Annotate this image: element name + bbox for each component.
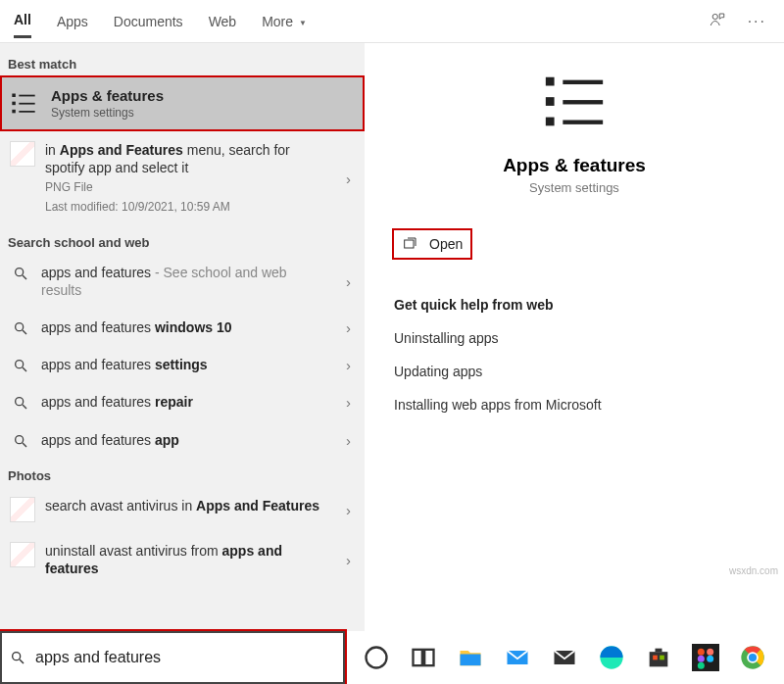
- web-result[interactable]: apps and features settings›: [0, 346, 365, 383]
- svg-point-15: [16, 435, 24, 443]
- feedback-icon[interactable]: [709, 11, 726, 32]
- svg-rect-19: [546, 118, 555, 126]
- settings-list-hero-icon: [540, 69, 609, 141]
- search-icon: [10, 395, 31, 411]
- svg-point-26: [367, 648, 387, 668]
- help-link[interactable]: Uninstalling apps: [394, 330, 755, 346]
- preview-title: Apps & features: [503, 155, 646, 176]
- svg-rect-21: [563, 100, 603, 104]
- web-result[interactable]: apps and features windows 10›: [0, 309, 365, 346]
- svg-point-41: [698, 656, 705, 662]
- recent-file-result[interactable]: in Apps and Features menu, search for sp…: [0, 131, 365, 225]
- file-explorer-icon[interactable]: [457, 644, 484, 671]
- tab-web[interactable]: Web: [209, 6, 237, 37]
- help-heading: Get quick help from web: [394, 297, 755, 313]
- section-photos: Photos: [0, 459, 365, 487]
- chevron-right-icon[interactable]: ›: [346, 501, 351, 517]
- svg-point-40: [707, 656, 713, 662]
- svg-rect-1: [12, 93, 16, 97]
- svg-point-24: [13, 653, 21, 660]
- recent-file-text: in Apps and Features menu, search for sp…: [45, 142, 290, 175]
- tab-apps[interactable]: Apps: [57, 6, 88, 37]
- chevron-right-icon[interactable]: ›: [346, 272, 351, 289]
- recent-file-modified: Last modified: 10/9/2021, 10:59 AM: [45, 200, 327, 216]
- task-view-icon[interactable]: [410, 644, 437, 671]
- mail-icon[interactable]: [551, 644, 578, 671]
- svg-rect-17: [546, 77, 555, 86]
- svg-rect-27: [414, 650, 422, 665]
- cortana-icon[interactable]: [363, 644, 390, 671]
- best-match-result[interactable]: Apps & features System settings: [0, 75, 365, 131]
- photo-result[interactable]: uninstall avast antivirus from apps and …: [0, 532, 365, 587]
- web-result[interactable]: apps and features app›: [0, 421, 365, 459]
- svg-rect-36: [660, 656, 664, 660]
- svg-point-11: [16, 361, 24, 368]
- svg-point-42: [698, 662, 705, 669]
- search-icon: [10, 650, 25, 665]
- svg-point-38: [698, 649, 705, 656]
- search-input[interactable]: [33, 648, 335, 667]
- best-match-title: Apps & features: [51, 87, 164, 104]
- web-result[interactable]: apps and features repair›: [0, 383, 365, 420]
- chevron-right-icon[interactable]: ›: [346, 394, 351, 411]
- image-thumbnail-icon: [10, 141, 35, 167]
- svg-line-8: [23, 275, 26, 279]
- svg-rect-23: [405, 240, 414, 248]
- tab-all[interactable]: All: [14, 4, 31, 38]
- chevron-right-icon[interactable]: ›: [346, 357, 351, 373]
- svg-rect-28: [424, 650, 433, 665]
- filter-tabs: All Apps Documents Web More ···: [0, 0, 784, 43]
- image-thumbnail-icon: [10, 542, 35, 567]
- svg-rect-22: [563, 121, 603, 124]
- photo-result[interactable]: search avast antivirus in Apps and Featu…: [0, 487, 365, 532]
- search-icon: [10, 358, 31, 373]
- preview-subtitle: System settings: [529, 180, 619, 195]
- web-result[interactable]: apps and features - See school and web r…: [0, 254, 365, 309]
- edge-icon[interactable]: [598, 644, 625, 671]
- open-button[interactable]: Open: [394, 230, 470, 258]
- svg-point-47: [749, 654, 757, 661]
- help-link[interactable]: Installing web apps from Microsoft: [394, 397, 755, 413]
- help-link[interactable]: Updating apps: [394, 364, 755, 379]
- image-thumbnail-icon: [10, 497, 35, 522]
- mail-blue-icon[interactable]: [504, 644, 531, 671]
- svg-line-16: [23, 443, 26, 447]
- results-panel: Best match Apps & features System settin…: [0, 43, 365, 631]
- svg-point-13: [16, 398, 24, 406]
- search-icon: [10, 433, 31, 449]
- svg-rect-5: [19, 102, 34, 104]
- tab-more[interactable]: More: [262, 6, 307, 37]
- svg-point-9: [16, 323, 24, 331]
- svg-rect-2: [12, 101, 16, 105]
- svg-line-14: [23, 405, 26, 409]
- svg-rect-20: [563, 80, 603, 84]
- svg-rect-4: [19, 94, 34, 96]
- tab-documents[interactable]: Documents: [114, 6, 183, 37]
- open-icon: [402, 236, 417, 252]
- chevron-right-icon[interactable]: ›: [346, 319, 351, 336]
- chevron-right-icon[interactable]: ›: [346, 170, 351, 186]
- section-search-web: Search school and web: [0, 225, 365, 254]
- section-best-match: Best match: [0, 43, 365, 75]
- svg-rect-35: [653, 656, 658, 660]
- best-match-subtitle: System settings: [51, 106, 164, 120]
- chrome-icon[interactable]: [739, 644, 766, 671]
- figma-icon[interactable]: [692, 644, 719, 671]
- taskbar: [345, 631, 784, 684]
- svg-rect-18: [546, 97, 555, 106]
- svg-line-25: [20, 660, 24, 663]
- microsoft-store-icon[interactable]: [645, 644, 672, 671]
- chevron-right-icon[interactable]: ›: [346, 551, 351, 567]
- preview-panel: Apps & features System settings Open Get…: [365, 43, 784, 631]
- recent-file-type: PNG File: [45, 180, 327, 196]
- svg-rect-33: [650, 652, 668, 666]
- svg-line-12: [23, 367, 26, 371]
- chevron-right-icon[interactable]: ›: [346, 431, 351, 448]
- search-box[interactable]: [0, 631, 345, 684]
- svg-point-39: [707, 649, 713, 656]
- svg-rect-37: [692, 644, 719, 671]
- watermark: wsxdn.com: [729, 565, 778, 576]
- settings-list-icon: [10, 90, 37, 118]
- svg-rect-3: [12, 109, 16, 113]
- more-options-icon[interactable]: ···: [748, 13, 766, 30]
